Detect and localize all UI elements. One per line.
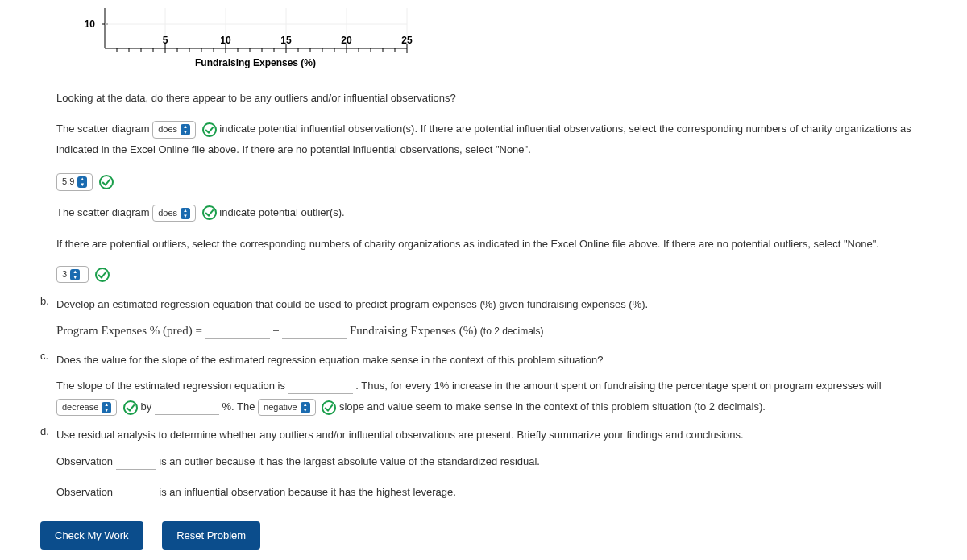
part-d-marker: d. [40, 425, 56, 501]
by-amount-input[interactable] [155, 399, 219, 415]
obs2-label: Observation [56, 486, 113, 498]
select-value: does [158, 124, 177, 134]
c-by: by [141, 400, 152, 413]
part-d: d. Use residual analysis to determine wh… [40, 425, 943, 501]
part-b-text: Develop an estimated regression equation… [56, 295, 943, 313]
select-value: negative [264, 402, 297, 412]
stepper-icon [77, 176, 87, 188]
chart-axis-fragment: 10 5 10 15 20 25 Fundraising Expenses (%… [81, 8, 419, 73]
part-c-text: Does the value for the slope of the esti… [56, 350, 943, 371]
check-icon [123, 400, 138, 415]
slope-input[interactable] [282, 323, 347, 339]
influential-line: The scatter diagram does indicate potent… [56, 118, 943, 160]
select-outlier-numbers[interactable]: 3 [56, 266, 89, 283]
check-my-work-button[interactable]: Check My Work [40, 521, 143, 550]
eq-rhs: Fundraising Expenses (%) [350, 324, 477, 337]
obs1-label: Observation [56, 455, 113, 467]
y-tick-10: 10 [85, 19, 96, 30]
select-value: decrease [62, 402, 98, 412]
stepper-icon [181, 208, 190, 219]
x-tick-15: 15 [280, 35, 292, 46]
stepper-icon [102, 402, 111, 413]
reset-problem-button[interactable]: Reset Problem [162, 521, 260, 550]
outlier-line: The scatter diagram does indicate potent… [56, 202, 943, 223]
text-pre: The scatter diagram [56, 122, 150, 135]
select-influential-does[interactable]: does [152, 121, 196, 138]
part-b: b. Develop an estimated regression equat… [40, 295, 943, 342]
stepper-icon [301, 402, 310, 413]
check-icon [202, 122, 217, 137]
select-decrease[interactable]: decrease [56, 399, 117, 416]
select-outlier-does[interactable]: does [152, 205, 196, 222]
plus-sign: + [272, 324, 279, 337]
check-icon [202, 205, 217, 220]
eq-lhs: Program Expenses % (pred) = [56, 324, 202, 337]
x-tick-5: 5 [163, 35, 168, 46]
eq-tail: (to 2 decimals) [480, 326, 544, 337]
x-tick-10: 10 [220, 35, 231, 46]
c-l2-post: slope and value seem to make sense in th… [339, 400, 766, 413]
x-axis-label: Fundraising Expenses (%) [195, 57, 316, 68]
c-l1-pre: The slope of the estimated regression eq… [56, 380, 285, 392]
check-icon [322, 400, 336, 415]
select-value: does [158, 208, 177, 218]
select-negative[interactable]: negative [258, 399, 316, 416]
stepper-icon [181, 124, 190, 135]
obs1-post: is an outlier because it has the largest… [159, 455, 540, 467]
text-pre: The scatter diagram [56, 206, 150, 218]
x-tick-25: 25 [401, 35, 413, 46]
outlier-extra-text: If there are potential outliers, select … [56, 234, 943, 253]
intercept-input[interactable] [205, 323, 270, 339]
influential-answer-row: 5,9 [56, 172, 943, 190]
part-d-text: Use residual analysis to determine wheth… [56, 425, 943, 444]
select-value: 5,9 [62, 176, 74, 186]
part-b-marker: b. [40, 295, 56, 342]
slope-value-input[interactable] [288, 378, 353, 394]
x-tick-20: 20 [341, 35, 352, 46]
intro-question: Looking at the data, do there appear to … [56, 89, 943, 107]
select-influential-numbers[interactable]: 5,9 [56, 173, 93, 190]
check-icon [99, 175, 114, 189]
part-c-marker: c. [40, 350, 56, 417]
outlier-answer-row: 3 [56, 264, 943, 283]
obs2-post: is an influential observation because it… [159, 486, 456, 498]
select-value: 3 [62, 269, 67, 279]
obs-influential-input[interactable] [116, 484, 156, 500]
c-l1-post: . Thus, for every 1% increase in the amo… [355, 380, 881, 392]
c-pct-the: %. The [222, 400, 255, 413]
part-c: c. Does the value for the slope of the e… [40, 350, 943, 417]
obs-outlier-input[interactable] [116, 454, 156, 470]
text-post: indicate potential outlier(s). [219, 206, 344, 218]
check-icon [95, 268, 110, 282]
stepper-icon [70, 269, 80, 280]
action-buttons: Check My Work Reset Problem [40, 521, 943, 550]
